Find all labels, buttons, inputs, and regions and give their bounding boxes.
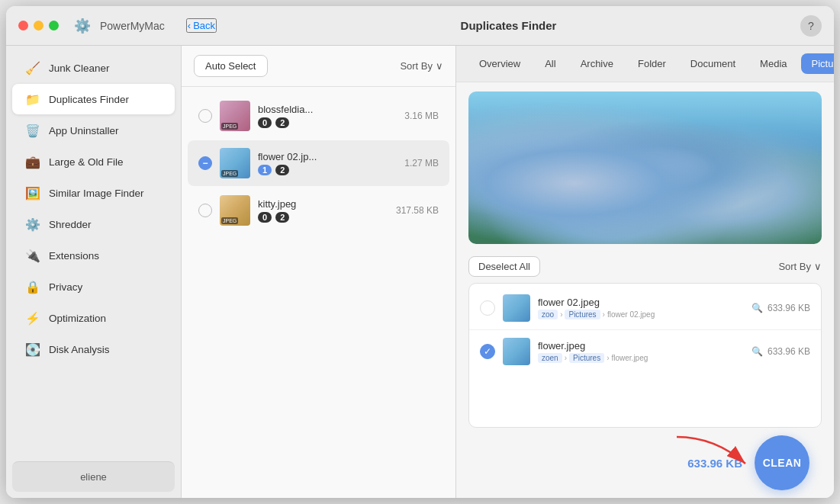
user-label: eliene [80,471,107,483]
dup-file-path: zoo › Pictures › flower 02.jpeg [538,310,744,319]
back-chevron-icon: ‹ [188,20,191,31]
maximize-button[interactable] [49,21,59,30]
sidebar-item-large-old-file[interactable]: 💼 Large & Old File [12,146,175,177]
file-row[interactable]: JPEG blossfeldia... 0 2 3.16 MB [188,93,449,139]
path-filename: flower 02.jpeg [607,310,655,319]
user-account[interactable]: eliene [12,461,175,492]
minimize-button[interactable] [34,21,43,30]
file-type-label: JPEG [221,170,238,177]
deselect-all-button[interactable]: Deselect All [468,256,540,277]
auto-select-label: Auto Select [205,60,256,72]
badge-total: 2 [275,212,289,223]
file-checkbox[interactable]: − [198,156,212,170]
tab-label: All [545,58,555,69]
file-badges: 0 2 [258,117,397,128]
file-name: flower 02.jp... [258,151,397,162]
close-button[interactable] [18,21,28,30]
path-folder: Pictures [569,353,604,363]
tab-overview[interactable]: Overview [468,53,531,74]
extensions-icon: 🔌 [24,247,41,264]
dup-size: 🔍 633.96 KB [751,303,810,313]
sidebar-item-app-uninstaller[interactable]: 🗑️ App Uninstaller [12,115,175,146]
content-area: Auto Select Sort By ∨ JPEG [182,46,834,498]
large-old-file-icon: 💼 [24,153,41,170]
back-label: Back [193,20,215,31]
size-value: 633.96 KB [768,303,810,313]
deselect-label: Deselect All [478,261,530,272]
chevron-down-icon: ∨ [436,60,443,72]
tab-all[interactable]: All [534,53,566,74]
dup-thumb-image [503,338,530,365]
sort-by-label: Sort By [778,261,811,272]
dup-file-name: flower.jpeg [538,340,744,352]
sidebar-item-label: Duplicates Finder [49,94,129,105]
sidebar-item-junk-cleaner[interactable]: 🧹 Junk Cleaner [12,53,175,83]
dup-list: flower 02.jpeg zoo › Pictures › flower 0… [468,283,822,428]
right-panel: Overview All Archive Folder Document [456,46,834,498]
magnify-icon: 🔍 [751,303,763,313]
dup-panel: Deselect All Sort By ∨ [456,250,834,498]
sidebar-item-label: Shredder [49,219,92,230]
app-uninstaller-icon: 🗑️ [24,122,41,139]
sidebar: 🧹 Junk Cleaner 📁 Duplicates Finder 🗑️ Ap… [6,46,182,498]
sidebar-item-shredder[interactable]: ⚙️ Shredder [12,209,175,239]
shredder-icon: ⚙️ [24,216,41,233]
tab-label: Overview [479,58,520,69]
sidebar-item-optimization[interactable]: ⚡ Optimization [12,303,175,333]
path-folder: zoo [538,310,558,319]
file-name: kitty.jpeg [258,198,388,210]
dup-file-info: flower.jpeg zoen › Pictures › flower.jpe… [538,340,744,363]
optimization-icon: ⚡ [24,310,41,326]
path-separator: › [565,354,567,362]
duplicates-finder-icon: 📁 [24,91,41,108]
dup-thumbnail [503,338,530,365]
file-type-label: JPEG [221,217,238,224]
sidebar-item-label: Optimization [49,313,106,324]
tab-archive[interactable]: Archive [570,53,624,74]
badge-count: 0 [258,117,272,128]
sort-by-button[interactable]: Sort By ∨ [400,60,443,72]
dup-checkbox[interactable] [480,300,495,316]
help-button[interactable]: ? [800,15,822,37]
sidebar-item-duplicates-finder[interactable]: 📁 Duplicates Finder [12,84,175,114]
clean-button[interactable]: CLEAN [755,435,809,490]
sidebar-item-privacy[interactable]: 🔒 Privacy [12,271,175,302]
auto-select-button[interactable]: Auto Select [194,55,268,77]
path-filename: flower.jpeg [612,354,649,362]
sidebar-item-label: Large & Old File [49,156,124,168]
file-list-toolbar: Auto Select Sort By ∨ [182,46,455,87]
path-separator: › [560,310,562,319]
tab-folder[interactable]: Folder [627,53,677,74]
dup-checkbox[interactable]: ✓ [480,344,495,359]
sidebar-items: 🧹 Junk Cleaner 📁 Duplicates Finder 🗑️ Ap… [6,46,181,455]
check-icon: ✓ [484,346,491,357]
file-info: flower 02.jp... 1 2 [258,151,397,175]
file-checkbox[interactable] [198,109,212,123]
dup-row[interactable]: ✓ flower.jpeg zoen › Pictures [469,330,821,373]
file-row[interactable]: − JPEG flower 02.jp... 1 2 [188,140,449,186]
sidebar-item-similar-image-finder[interactable]: 🖼️ Similar Image Finder [12,178,175,208]
sidebar-item-disk-analysis[interactable]: 💽 Disk Analysis [12,334,175,364]
sidebar-item-label: Disk Analysis [49,344,110,355]
dup-thumb-image [503,294,530,322]
window-controls [18,21,59,30]
sidebar-item-label: Junk Cleaner [49,63,110,74]
sidebar-item-extensions[interactable]: 🔌 Extensions [12,240,175,271]
badge-count: 1 [258,165,272,175]
bottom-bar: 633.96 KB CLEAN [468,428,822,498]
file-row[interactable]: JPEG kitty.jpeg 0 2 317.58 KB [188,188,449,233]
sidebar-item-label: Similar Image Finder [49,188,144,199]
dup-sort-button[interactable]: Sort By ∨ [778,261,822,272]
dup-row[interactable]: flower 02.jpeg zoo › Pictures › flower 0… [469,287,821,330]
tab-document[interactable]: Document [680,53,746,74]
file-name: blossfeldia... [258,104,397,115]
dup-file-name: flower 02.jpeg [538,297,744,308]
file-thumbnail: JPEG [220,148,250,178]
tab-picture[interactable]: Picture [801,53,834,74]
file-info: kitty.jpeg 0 2 [258,198,388,223]
file-checkbox[interactable] [198,204,212,217]
preview-area [456,82,834,250]
back-button[interactable]: ‹ Back [186,18,217,33]
file-thumbnail: JPEG [220,101,250,131]
tab-media[interactable]: Media [749,53,797,74]
